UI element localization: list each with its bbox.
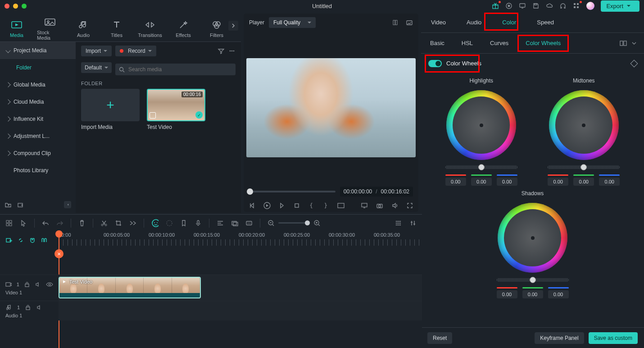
window-controls[interactable] — [5, 4, 27, 9]
tab-filters[interactable]: Filters — [204, 15, 230, 38]
new-bin-icon[interactable] — [17, 201, 24, 208]
mute-icon[interactable] — [36, 304, 43, 311]
tree-cloud-media[interactable]: Cloud Media — [0, 93, 76, 110]
search-input[interactable] — [115, 64, 236, 75]
mark-out-icon[interactable]: } — [322, 202, 329, 209]
display-icon[interactable] — [361, 202, 368, 209]
export-button[interactable]: Export — [601, 0, 639, 12]
group-icon[interactable] — [231, 220, 238, 227]
mark-in-icon[interactable]: { — [308, 202, 314, 209]
scrub-bar[interactable] — [249, 191, 336, 192]
save-custom-button[interactable]: Save as custom — [589, 332, 638, 344]
close-window[interactable] — [5, 4, 9, 9]
tree-project-media[interactable]: Project Media — [0, 42, 76, 59]
quality-dropdown[interactable]: Full Quality — [269, 17, 316, 28]
ai-icon[interactable] — [151, 220, 159, 227]
camera-icon[interactable] — [376, 202, 383, 209]
rtab-video[interactable]: Video — [427, 17, 449, 27]
lock-icon[interactable] — [24, 281, 31, 288]
caption-icon[interactable] — [245, 220, 253, 227]
tab-transitions[interactable]: Transitions — [137, 15, 163, 38]
keyframe-icon[interactable] — [630, 60, 638, 67]
layout-icon[interactable] — [620, 40, 627, 47]
minimize-window[interactable] — [13, 4, 18, 9]
cut-icon[interactable] — [100, 220, 108, 227]
zoom-out-icon[interactable] — [268, 220, 275, 227]
play-icon[interactable] — [263, 202, 271, 209]
midtones-r[interactable]: 0.00 — [548, 178, 568, 186]
grid-icon[interactable] — [5, 220, 13, 227]
compare-view-icon[interactable] — [392, 19, 399, 26]
keyframe-panel-button[interactable]: Keyframe Panel — [535, 332, 584, 344]
apps-icon[interactable] — [573, 2, 580, 9]
shadows-g[interactable]: 0.00 — [522, 290, 543, 298]
tree-influence-kit[interactable]: Influence Kit — [0, 110, 76, 128]
clip-test-video[interactable]: 00:00:16 ✓ Test Video — [147, 89, 205, 130]
eye-icon[interactable] — [46, 281, 53, 288]
highlights-wheel[interactable] — [446, 90, 516, 160]
tabs-next-icon[interactable] — [228, 21, 238, 31]
rtab-audio[interactable]: Audio — [463, 17, 485, 27]
align-icon[interactable] — [217, 220, 224, 227]
tab-stock-media[interactable]: Stock Media — [37, 13, 63, 41]
undo-icon[interactable] — [42, 220, 49, 227]
snap-icon[interactable] — [41, 237, 48, 244]
monitor-icon[interactable] — [519, 2, 526, 9]
chevron-down-icon[interactable] — [630, 40, 638, 47]
prev-frame-icon[interactable] — [249, 202, 255, 209]
headphones-icon[interactable] — [559, 2, 567, 9]
timeline-ruler[interactable]: 00:0000:00:05:0000:00:10:0000:00:15:0000… — [59, 231, 422, 249]
import-dropdown[interactable]: Import — [81, 46, 112, 56]
record-icon[interactable] — [505, 2, 512, 9]
video-viewport[interactable] — [244, 32, 418, 184]
stop-icon[interactable] — [294, 202, 300, 209]
search-field[interactable] — [127, 66, 232, 73]
tab-titles[interactable]: Titles — [104, 15, 130, 38]
link-icon[interactable] — [17, 237, 24, 244]
subtab-hsl[interactable]: HSL — [459, 38, 476, 48]
fullscreen-icon[interactable] — [407, 202, 413, 209]
zoom-slider[interactable] — [278, 222, 310, 224]
settings-icon[interactable] — [409, 220, 417, 227]
midtones-g[interactable]: 0.00 — [573, 178, 594, 186]
reset-button[interactable]: Reset — [427, 332, 452, 344]
mic-icon[interactable] — [195, 220, 202, 227]
mute-icon[interactable] — [35, 281, 41, 288]
more-tools-icon[interactable] — [129, 220, 136, 227]
redo-icon[interactable] — [56, 220, 63, 227]
new-folder-icon[interactable] — [5, 201, 12, 208]
track-view-icon[interactable] — [395, 220, 402, 227]
marker-icon[interactable] — [180, 220, 187, 227]
snapshot-icon[interactable] — [406, 19, 413, 26]
tree-global-media[interactable]: Global Media — [0, 76, 76, 93]
gift-icon[interactable] — [492, 2, 499, 9]
midtones-wheel[interactable] — [549, 90, 619, 160]
record-dropdown[interactable]: Record — [115, 46, 156, 56]
maximize-window[interactable] — [22, 4, 27, 9]
tree-photos-library[interactable]: Photos Library — [0, 162, 76, 179]
tab-audio[interactable]: Audio — [70, 15, 96, 38]
volume-icon[interactable] — [391, 202, 399, 209]
magnet-icon[interactable] — [29, 237, 36, 244]
shadows-b[interactable]: 0.00 — [548, 290, 569, 298]
subtab-curves[interactable]: Curves — [487, 38, 511, 48]
import-media-tile[interactable]: + Import Media — [81, 89, 140, 130]
shadows-r[interactable]: 0.00 — [497, 290, 517, 298]
tab-media[interactable]: Media — [4, 15, 30, 38]
tab-effects[interactable]: Effects — [170, 15, 196, 38]
pointer-icon[interactable] — [20, 220, 27, 227]
lock-icon[interactable] — [24, 304, 32, 311]
crop-icon[interactable] — [115, 220, 122, 227]
highlights-slider[interactable] — [445, 165, 517, 169]
collapse-panel-icon[interactable] — [64, 201, 71, 208]
rtab-speed[interactable]: Speed — [533, 17, 558, 27]
tree-adjustment-layer[interactable]: Adjustment L... — [0, 128, 76, 145]
highlights-g[interactable]: 0.00 — [471, 178, 492, 186]
subtab-basic[interactable]: Basic — [427, 38, 447, 48]
cloud-icon[interactable] — [546, 2, 553, 9]
zoom-in-icon[interactable] — [313, 220, 321, 227]
play-forward-icon[interactable] — [279, 202, 285, 209]
midtones-slider[interactable] — [548, 165, 620, 169]
shadows-slider[interactable] — [497, 278, 569, 282]
more-icon[interactable] — [228, 47, 236, 55]
